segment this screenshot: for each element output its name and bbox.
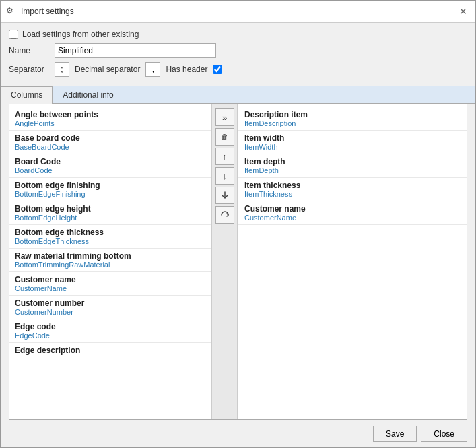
- window-title: Import settings: [21, 7, 74, 16]
- title-bar-left: ⚙ Import settings: [6, 6, 74, 17]
- list-item[interactable]: Customer number CustomerNumber: [9, 296, 211, 319]
- list-item[interactable]: Angle between points AnglePoints: [9, 107, 211, 131]
- tabs-bar: Columns Additional info: [1, 86, 475, 104]
- middle-panel: » 🗑 ↑ ↓: [212, 104, 238, 419]
- right-panel: Description item ItemDescription Item wi…: [238, 104, 467, 419]
- list-item[interactable]: Bottom edge thickness BottomEdgeThicknes…: [9, 225, 211, 249]
- form-area: Load settings from other existing Name S…: [1, 23, 475, 84]
- list-item[interactable]: Raw material trimming bottom BottomTrimm…: [9, 249, 211, 272]
- decimal-label: Decimal separator: [75, 65, 140, 74]
- separator-input[interactable]: [55, 62, 69, 77]
- move-bottom-button[interactable]: [215, 187, 234, 204]
- has-header-label: Has header: [166, 65, 207, 74]
- right-item[interactable]: Item thickness ItemThickness: [238, 178, 467, 201]
- list-item[interactable]: Board Code BoardCode: [9, 154, 211, 178]
- load-settings-label: Load settings from other existing: [22, 30, 139, 39]
- separator-label: Separator: [9, 65, 49, 74]
- load-settings-checkbox[interactable]: [9, 30, 18, 39]
- import-settings-window: ⚙ Import settings ✕ Load settings from o…: [0, 0, 476, 448]
- main-area: Angle between points AnglePoints Base bo…: [9, 104, 467, 420]
- name-row: Name: [9, 43, 467, 58]
- move-all-right-button[interactable]: »: [215, 108, 234, 126]
- has-header-checkbox[interactable]: [213, 65, 222, 74]
- left-list[interactable]: Angle between points AnglePoints Base bo…: [9, 104, 211, 419]
- rotate-button[interactable]: [215, 206, 234, 224]
- list-item[interactable]: Customer name CustomerName: [9, 272, 211, 296]
- move-down-button[interactable]: ↓: [215, 167, 234, 185]
- list-item[interactable]: Edge code EdgeCode: [9, 319, 211, 343]
- list-item[interactable]: Edge description: [9, 343, 211, 358]
- name-input[interactable]: [55, 43, 216, 58]
- separator-row: Separator Decimal separator Has header: [9, 62, 467, 77]
- list-item[interactable]: Bottom edge height BottomEdgeHeight: [9, 201, 211, 225]
- close-window-button[interactable]: ✕: [456, 5, 470, 18]
- left-panel: Angle between points AnglePoints Base bo…: [9, 104, 212, 419]
- load-settings-row: Load settings from other existing: [9, 30, 467, 39]
- footer: Save Close: [1, 420, 475, 447]
- save-button[interactable]: Save: [373, 426, 417, 442]
- tab-columns[interactable]: Columns: [1, 86, 53, 104]
- list-item[interactable]: Base board code BaseBoardCode: [9, 131, 211, 154]
- right-item[interactable]: Item width ItemWidth: [238, 131, 467, 154]
- window-icon: ⚙: [6, 6, 17, 17]
- right-item[interactable]: Item depth ItemDepth: [238, 154, 467, 178]
- right-item[interactable]: Description item ItemDescription: [238, 107, 467, 131]
- right-item[interactable]: Customer name CustomerName: [238, 201, 467, 225]
- close-button[interactable]: Close: [421, 426, 467, 442]
- move-up-button[interactable]: ↑: [215, 148, 234, 165]
- delete-button[interactable]: 🗑: [215, 128, 234, 146]
- decimal-input[interactable]: [145, 62, 160, 77]
- list-item[interactable]: Bottom edge finishing BottomEdgeFinishin…: [9, 178, 211, 201]
- title-bar: ⚙ Import settings ✕: [1, 1, 475, 23]
- name-label: Name: [9, 46, 49, 55]
- tab-additional-info[interactable]: Additional info: [53, 86, 123, 103]
